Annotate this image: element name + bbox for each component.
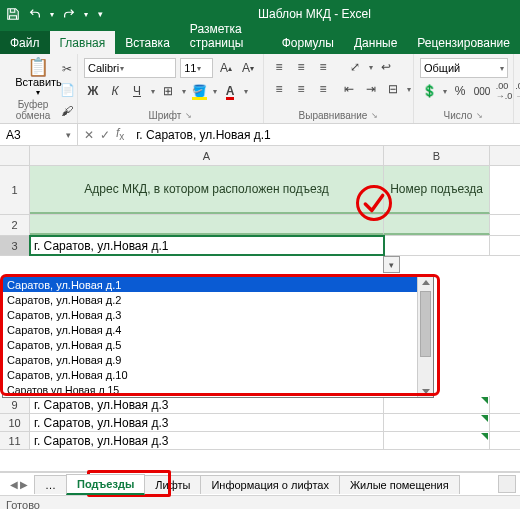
row-header[interactable]: 9 xyxy=(0,396,30,413)
align-left-icon[interactable]: ≡ xyxy=(270,80,288,98)
font-launcher-icon[interactable]: ↘ xyxy=(185,111,192,120)
font-size-select[interactable]: 11▾ xyxy=(180,58,213,78)
row-header[interactable]: 1 xyxy=(0,166,30,214)
sheet-tab-residential[interactable]: Жилые помещения xyxy=(339,475,460,494)
qat-dropdown-icon[interactable]: ▾ xyxy=(98,9,103,19)
column-header-B[interactable]: B xyxy=(384,146,490,165)
align-center-icon[interactable]: ≡ xyxy=(292,80,310,98)
namebox-dropdown-icon[interactable]: ▾ xyxy=(66,130,71,140)
decrease-font-icon[interactable]: A▾ xyxy=(239,59,257,77)
cell[interactable]: г. Саратов, ул.Новая д.3 xyxy=(30,396,384,413)
row-header[interactable]: 2 xyxy=(0,215,30,235)
tab-page-layout[interactable]: Разметка страницы xyxy=(180,17,272,54)
header-cell-address[interactable]: Адрес МКД, в котором расположен подъезд xyxy=(30,166,384,214)
dropdown-item[interactable]: Саратов, ул.Новая д.4 xyxy=(3,322,433,337)
align-middle-icon[interactable]: ≡ xyxy=(292,58,310,76)
align-bottom-icon[interactable]: ≡ xyxy=(314,58,332,76)
column-header-A[interactable]: A xyxy=(30,146,384,165)
dropdown-item[interactable]: Саратов, ул.Новая д.1 xyxy=(3,277,433,292)
paste-button[interactable]: 📋 Вставить ▾ xyxy=(15,58,62,97)
sheet-tab-entrances[interactable]: Подъезды xyxy=(66,474,145,495)
increase-decimal-icon[interactable]: .00→.0 xyxy=(495,82,513,100)
error-indicator-icon[interactable] xyxy=(481,397,488,404)
cell[interactable] xyxy=(384,432,490,449)
worksheet-grid[interactable]: A B 1 Адрес МКД, в котором расположен по… xyxy=(0,146,520,472)
wrap-text-icon[interactable]: ↩ xyxy=(377,58,395,76)
enter-formula-icon[interactable]: ✓ xyxy=(100,128,110,142)
align-launcher-icon[interactable]: ↘ xyxy=(371,111,378,120)
data-validation-dropdown-button[interactable]: ▾ xyxy=(383,256,400,273)
tab-home[interactable]: Главная xyxy=(50,31,116,54)
formula-input[interactable]: г. Саратов, ул.Новая д.1 xyxy=(130,124,520,145)
save-icon[interactable] xyxy=(6,7,20,21)
cell[interactable] xyxy=(384,215,490,235)
sheet-tab-lift-info[interactable]: Информация о лифтах xyxy=(200,475,339,494)
cell[interactable] xyxy=(384,396,490,413)
cell[interactable]: г. Саратов, ул.Новая д.3 xyxy=(30,432,384,449)
redo-dropdown-icon[interactable]: ▾ xyxy=(84,10,88,19)
font-color-icon[interactable]: A xyxy=(221,82,239,100)
tab-data[interactable]: Данные xyxy=(344,31,407,54)
align-top-icon[interactable]: ≡ xyxy=(270,58,288,76)
ribbon-tabs: Файл Главная Вставка Разметка страницы Ф… xyxy=(0,28,520,54)
dropdown-item[interactable]: Саратов ул Новая л 15 xyxy=(3,382,433,397)
format-painter-icon[interactable]: 🖌 xyxy=(58,102,76,120)
row-header[interactable]: 3 xyxy=(0,236,30,255)
cell[interactable]: г. Саратов, ул.Новая д.3 xyxy=(30,414,384,431)
sheet-nav[interactable]: ◀▶ xyxy=(4,479,34,490)
decrease-indent-icon[interactable]: ⇤ xyxy=(340,80,358,98)
paste-dropdown-icon[interactable]: ▾ xyxy=(36,88,40,97)
copy-icon[interactable]: 📄 xyxy=(58,81,76,99)
tab-review[interactable]: Рецензирование xyxy=(407,31,520,54)
fx-icon[interactable]: fx xyxy=(116,126,124,142)
scrollbar-thumb[interactable] xyxy=(420,291,431,357)
tab-file[interactable]: Файл xyxy=(0,31,50,54)
cancel-formula-icon[interactable]: ✕ xyxy=(84,128,94,142)
underline-button[interactable]: Ч xyxy=(128,82,146,100)
row-header[interactable]: 10 xyxy=(0,414,30,431)
redo-icon[interactable] xyxy=(62,7,76,21)
dropdown-item[interactable]: Саратов, ул.Новая д.10 xyxy=(3,367,433,382)
dropdown-item[interactable]: Саратов, ул.Новая д.5 xyxy=(3,337,433,352)
data-validation-dropdown[interactable]: Саратов, ул.Новая д.1 Саратов, ул.Новая … xyxy=(2,276,434,398)
increase-indent-icon[interactable]: ⇥ xyxy=(362,80,380,98)
status-bar: Готово xyxy=(0,495,520,509)
active-cell[interactable]: г. Саратов, ул.Новая д.1 ▾ xyxy=(30,236,384,255)
dropdown-item[interactable]: Саратов, ул.Новая д.2 xyxy=(3,292,433,307)
cell[interactable] xyxy=(384,414,490,431)
error-indicator-icon[interactable] xyxy=(481,415,488,422)
header-cell-number[interactable]: Номер подъезда xyxy=(384,166,490,214)
font-name-select[interactable]: Calibri▾ xyxy=(84,58,176,78)
cell[interactable] xyxy=(384,236,490,255)
error-indicator-icon[interactable] xyxy=(481,433,488,440)
dropdown-item[interactable]: Саратов, ул.Новая д.9 xyxy=(3,352,433,367)
dropdown-scrollbar[interactable] xyxy=(417,277,433,397)
cell[interactable] xyxy=(30,215,384,235)
currency-icon[interactable]: 💲 xyxy=(420,82,438,100)
sheet-tab-more[interactable]: … xyxy=(34,475,67,494)
select-all-corner[interactable] xyxy=(0,146,30,166)
comma-icon[interactable]: 000 xyxy=(473,82,491,100)
sheet-tab-lifts[interactable]: Лифты xyxy=(144,475,201,494)
bold-button[interactable]: Ж xyxy=(84,82,102,100)
align-right-icon[interactable]: ≡ xyxy=(314,80,332,98)
underline-dropdown-icon[interactable]: ▾ xyxy=(151,87,155,96)
row-header[interactable]: 11 xyxy=(0,432,30,449)
tab-formulas[interactable]: Формулы xyxy=(272,31,344,54)
undo-dropdown-icon[interactable]: ▾ xyxy=(50,10,54,19)
percent-icon[interactable]: % xyxy=(451,82,469,100)
dropdown-item[interactable]: Саратов, ул.Новая д.3 xyxy=(3,307,433,322)
horizontal-scroll-button[interactable] xyxy=(498,475,516,493)
name-box[interactable]: A3▾ xyxy=(0,124,78,145)
fill-color-icon[interactable]: 🪣 xyxy=(190,82,208,100)
tab-insert[interactable]: Вставка xyxy=(115,31,180,54)
undo-icon[interactable] xyxy=(28,7,42,21)
orientation-icon[interactable]: ⤢ xyxy=(346,58,364,76)
number-format-select[interactable]: Общий▾ xyxy=(420,58,508,78)
italic-button[interactable]: К xyxy=(106,82,124,100)
number-launcher-icon[interactable]: ↘ xyxy=(476,111,483,120)
borders-icon[interactable]: ⊞ xyxy=(159,82,177,100)
merge-icon[interactable]: ⊟ xyxy=(384,80,402,98)
cut-icon[interactable]: ✂ xyxy=(58,60,76,78)
increase-font-icon[interactable]: A▴ xyxy=(217,59,235,77)
